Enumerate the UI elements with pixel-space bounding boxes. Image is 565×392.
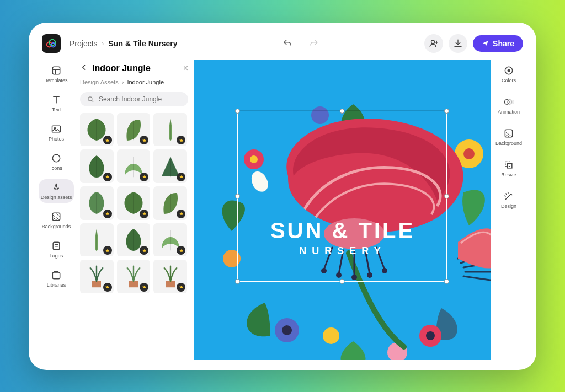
download-icon <box>453 39 463 49</box>
svg-point-20 <box>426 331 435 340</box>
rail-templates[interactable]: Templates <box>39 62 74 86</box>
sel-handle-mr[interactable] <box>444 194 449 198</box>
rail-logos[interactable]: Logos <box>39 238 74 261</box>
rail-design-assets[interactable]: Design assets <box>39 179 74 203</box>
panel-bc-current: Indoor Jungle <box>127 79 164 85</box>
rail-background[interactable]: Background <box>491 125 526 149</box>
chevron-right-icon: › <box>102 40 104 47</box>
send-icon <box>482 40 489 47</box>
asset-item[interactable] <box>153 113 187 147</box>
libraries-icon <box>51 270 62 281</box>
premium-badge-icon <box>177 210 185 218</box>
chevron-right-icon: › <box>122 79 124 85</box>
asset-item[interactable] <box>153 149 187 183</box>
rail-backgrounds[interactable]: Backgrounds <box>39 208 74 232</box>
design-assets-icon <box>51 182 62 193</box>
rail-icons[interactable]: Icons <box>39 150 74 174</box>
svg-point-7 <box>52 154 60 162</box>
sel-handle-bm[interactable] <box>340 279 345 284</box>
topbar-actions: Share <box>424 34 523 53</box>
asset-grid <box>80 113 188 293</box>
redo-button[interactable] <box>305 34 323 53</box>
download-button[interactable] <box>449 34 467 53</box>
rail-colors[interactable]: Colors <box>491 62 526 86</box>
panel-title: Indoor Jungle <box>92 63 179 73</box>
panel-search[interactable] <box>80 92 188 106</box>
asset-item[interactable] <box>153 223 187 257</box>
rail-text[interactable]: Text <box>39 92 74 115</box>
backgrounds-icon <box>51 211 62 222</box>
share-label: Share <box>493 39 514 48</box>
sel-handle-ml[interactable] <box>235 194 240 198</box>
asset-item[interactable] <box>117 260 151 293</box>
premium-badge-icon <box>140 136 148 144</box>
breadcrumb: Projects › Sun & Tile Nursery <box>70 39 178 48</box>
animation-icon <box>503 96 514 108</box>
rail-animation[interactable]: Animation <box>491 94 526 117</box>
back-button[interactable] <box>80 63 88 73</box>
colors-icon <box>503 65 514 76</box>
sel-handle-bl[interactable] <box>235 279 240 284</box>
topbar-history <box>178 34 424 53</box>
premium-badge-icon <box>177 136 185 144</box>
panel-close-button[interactable]: × <box>183 63 188 73</box>
svg-point-11 <box>88 96 92 100</box>
sel-handle-tl[interactable] <box>235 109 240 114</box>
svg-rect-13 <box>129 281 138 287</box>
canvas-area[interactable]: SUN & TILE NURSERY <box>194 60 491 360</box>
premium-badge-icon <box>103 136 112 144</box>
premium-badge-icon <box>103 210 112 218</box>
premium-badge-icon <box>103 246 112 255</box>
panel-bc-root[interactable]: Design Assets <box>80 79 119 85</box>
breadcrumb-current[interactable]: Sun & Tile Nursery <box>109 39 178 48</box>
svg-point-3 <box>431 40 435 44</box>
invite-button[interactable] <box>424 34 443 53</box>
asset-item[interactable] <box>117 113 151 147</box>
panel-search-input[interactable] <box>99 95 182 103</box>
asset-item[interactable] <box>117 186 151 220</box>
rail-libraries[interactable]: Libraries <box>39 267 74 291</box>
share-button[interactable]: Share <box>473 35 523 52</box>
magic-wand-icon <box>503 191 514 202</box>
premium-badge-icon <box>177 173 185 181</box>
undo-icon <box>282 39 292 49</box>
left-rail: Templates Text Photos Icons Design asset… <box>39 60 74 360</box>
undo-button[interactable] <box>278 34 297 53</box>
asset-item[interactable] <box>80 149 114 183</box>
canvas[interactable]: SUN & TILE NURSERY <box>194 60 491 360</box>
chevron-left-icon <box>80 63 88 71</box>
asset-item[interactable] <box>117 223 151 257</box>
premium-badge-icon <box>177 246 185 255</box>
templates-icon <box>51 65 62 76</box>
breadcrumb-root[interactable]: Projects <box>70 39 98 48</box>
premium-badge-icon <box>103 283 112 292</box>
svg-point-39 <box>508 69 510 72</box>
asset-item[interactable] <box>80 260 114 293</box>
sel-handle-br[interactable] <box>444 279 449 284</box>
sel-handle-tr[interactable] <box>444 109 449 114</box>
asset-item[interactable] <box>153 186 187 220</box>
rail-design[interactable]: Design <box>491 188 526 212</box>
panel-header: Indoor Jungle × <box>80 63 188 73</box>
creative-cloud-icon <box>45 37 57 50</box>
app-logo[interactable] <box>42 34 61 53</box>
premium-badge-icon <box>177 283 185 292</box>
redo-icon <box>309 39 319 49</box>
premium-badge-icon <box>140 283 148 292</box>
sel-handle-tm[interactable] <box>340 109 345 114</box>
asset-item[interactable] <box>80 113 114 147</box>
app-window: Projects › Sun & Tile Nursery Share <box>29 23 536 370</box>
asset-item[interactable] <box>80 223 114 257</box>
rail-photos[interactable]: Photos <box>39 121 74 144</box>
selection-box[interactable] <box>237 111 447 282</box>
topbar: Projects › Sun & Tile Nursery Share <box>39 33 526 55</box>
logos-icon <box>51 240 62 251</box>
svg-point-22 <box>463 148 475 159</box>
asset-item[interactable] <box>117 149 151 183</box>
right-rail: Colors Animation Background Resize Desig… <box>491 60 526 360</box>
asset-item[interactable] <box>80 186 114 220</box>
svg-point-26 <box>323 327 339 344</box>
svg-rect-4 <box>52 67 60 74</box>
rail-resize[interactable]: Resize <box>491 157 526 180</box>
asset-item[interactable] <box>153 260 187 293</box>
